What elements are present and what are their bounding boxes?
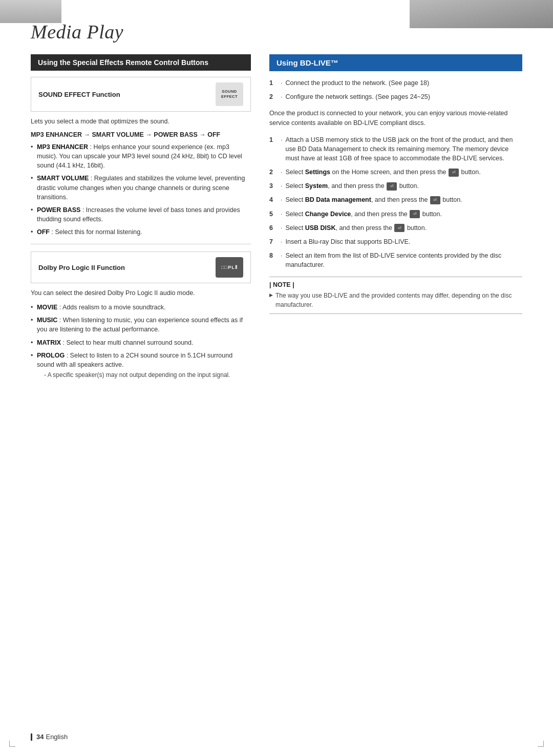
note-text: The way you use BD-LIVE and the provided… — [269, 291, 522, 309]
enter-button-icon: ⏎ — [430, 196, 440, 204]
list-item: POWER BASS : Increases the volume level … — [31, 205, 251, 224]
footer-page-number: 34 — [36, 733, 44, 741]
enter-button-icon: ⏎ — [410, 210, 420, 218]
bdlive-intro-para: Once the product is connected to your ne… — [269, 109, 522, 128]
bdlive-steps: 1 · Attach a USB memory stick to the USB… — [269, 135, 522, 269]
list-item: 5 · Select Change Device, and then press… — [269, 209, 522, 219]
sound-effect-label: SOUND EFFECT Function — [38, 91, 120, 98]
sound-effect-intro: Lets you select a mode that optimizes th… — [31, 118, 251, 125]
bdlive-intro-list: 1 · Connect the product to the network. … — [269, 78, 522, 101]
list-item: MP3 ENHANCER : Helps enhance your sound … — [31, 142, 251, 170]
page-footer: 34 English — [31, 733, 68, 741]
enter-button-icon: ⏎ — [387, 182, 397, 191]
right-column: Using BD-LIVE™ 1 · Connect the product t… — [269, 54, 522, 387]
dolby-bullets: MOVIE : Adds realism to a movie soundtra… — [31, 303, 251, 380]
list-item: 3 · Select System, and then press the ⏎ … — [269, 181, 522, 191]
note-header: | NOTE | — [269, 281, 522, 288]
list-item: MATRIX : Select to hear multi channel su… — [31, 338, 251, 347]
list-item: OFF : Select this for normal listening. — [31, 227, 251, 237]
list-item: 2 · Configure the network settings. (See… — [269, 92, 522, 101]
dolby-intro: You can select the desired Dolby Pro Log… — [31, 289, 251, 297]
corner-mark-bl — [9, 741, 15, 747]
enter-button-icon: ⏎ — [394, 224, 405, 232]
left-column: Using the Special Effects Remote Control… — [31, 54, 251, 387]
note-box: | NOTE | The way you use BD-LIVE and the… — [269, 277, 522, 314]
list-item: MOVIE : Adds realism to a movie soundtra… — [31, 303, 251, 312]
dolby-row: Dolby Pro Logic II Function □□PLⅡ — [31, 251, 251, 283]
list-item: SMART VOLUME : Regulates and stabilizes … — [31, 174, 251, 201]
prolog-subnote: - A specific speaker(s) may not output d… — [37, 371, 251, 380]
list-item: 7 · Insert a Blu-ray Disc that supports … — [269, 237, 522, 246]
top-band-left — [0, 0, 61, 23]
dolby-button: □□PLⅡ — [216, 257, 243, 278]
bdlive-section-header: Using BD-LIVE™ — [269, 54, 522, 71]
divider — [31, 244, 251, 244]
list-item: MUSIC : When listening to music, you can… — [31, 316, 251, 334]
dolby-label: Dolby Pro Logic II Function — [38, 264, 125, 271]
corner-mark-br — [538, 741, 544, 747]
list-item: 8 · Select an item from the list of BD-L… — [269, 251, 522, 269]
left-section-header: Using the Special Effects Remote Control… — [31, 54, 251, 71]
list-item: 4 · Select BD Data management, and then … — [269, 195, 522, 204]
enter-button-icon: ⏎ — [449, 169, 459, 177]
top-band-right — [410, 0, 553, 28]
sound-effect-bullets: MP3 ENHANCER : Helps enhance your sound … — [31, 142, 251, 237]
list-item: 1 · Connect the product to the network. … — [269, 78, 522, 88]
footer-bar — [31, 733, 32, 741]
content-columns: Using the Special Effects Remote Control… — [31, 54, 522, 387]
list-item: 2 · Select Settings on the Home screen, … — [269, 167, 522, 177]
list-item: 1 · Attach a USB memory stick to the USB… — [269, 135, 522, 163]
list-item: PROLOG : Select to listen to a 2CH sound… — [31, 351, 251, 380]
footer-language: English — [46, 733, 68, 741]
sound-effect-button: SOUND EFFECT — [216, 82, 243, 106]
sound-effect-subheading: MP3 ENHANCER → SMART VOLUME → POWER BASS… — [31, 131, 251, 138]
list-item: 6 · Select USB DISK, and then press the … — [269, 223, 522, 233]
sound-effect-row: SOUND EFFECT Function SOUND EFFECT — [31, 77, 251, 112]
